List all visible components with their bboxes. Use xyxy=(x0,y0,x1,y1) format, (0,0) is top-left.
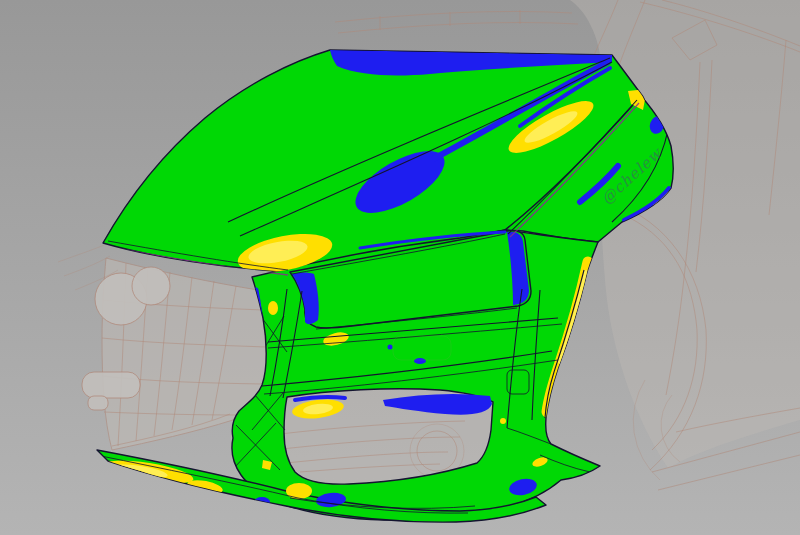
deviation-patch-yellow xyxy=(286,483,312,499)
crossbar-knob-wireframe xyxy=(88,396,108,410)
deviation-patch-yellow xyxy=(500,418,506,424)
deviation-analysis-3d-view[interactable]: @chelew xyxy=(0,0,800,535)
deviation-patch-blue xyxy=(388,345,393,350)
deviation-patch-yellow xyxy=(268,301,278,315)
cad-viewport[interactable]: @chelew xyxy=(0,0,800,535)
cowl-wireframe xyxy=(335,10,578,33)
crossbar-wireframe xyxy=(82,372,140,398)
emblem-cover-wireframe xyxy=(132,267,170,305)
deviation-patch-blue xyxy=(414,358,426,364)
deviation-patch-blue xyxy=(254,497,270,507)
